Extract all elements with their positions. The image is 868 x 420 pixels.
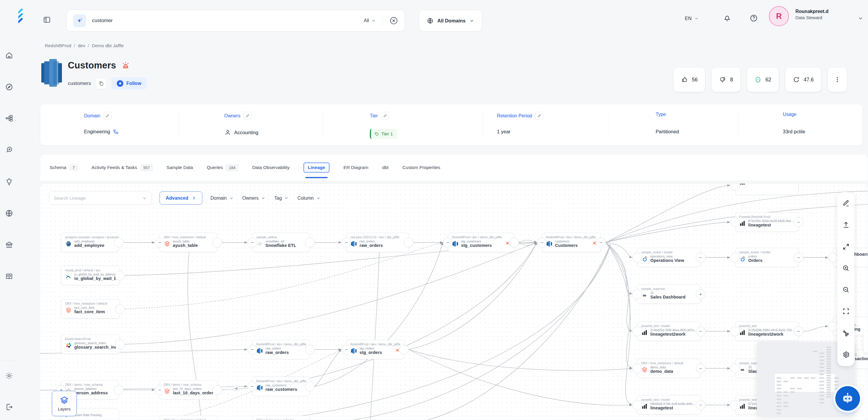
export-upload-icon[interactable] bbox=[842, 221, 850, 229]
node-connector-right[interactable] bbox=[115, 339, 125, 349]
node-connector-right[interactable] bbox=[212, 238, 222, 247]
search-scope-dropdown[interactable]: All bbox=[364, 18, 376, 23]
tab-sample-data[interactable]: Sample Data bbox=[167, 165, 193, 170]
lineage-node-demo-data[interactable]: DBX / hive_metastore / defaultdemo_datad… bbox=[637, 359, 701, 378]
edge-process-icon[interactable] bbox=[233, 386, 239, 391]
likes-button[interactable]: 56 bbox=[673, 67, 705, 92]
user-chevron-icon[interactable] bbox=[858, 16, 864, 21]
lineage-settings-icon[interactable] bbox=[842, 351, 850, 358]
help-icon[interactable] bbox=[750, 14, 758, 22]
refresh-score-button[interactable]: 47.6 bbox=[785, 67, 822, 92]
node-connector-left[interactable] bbox=[730, 253, 740, 263]
node-connector-left[interactable] bbox=[632, 364, 642, 373]
lineage-node-operations-view[interactable]: sample_looker / modeloperations_viewOper… bbox=[637, 248, 701, 267]
node-connector-left[interactable]: − bbox=[247, 238, 257, 247]
node-connector-left[interactable] bbox=[632, 289, 642, 299]
node-connector-right[interactable] bbox=[114, 238, 124, 247]
filter-domain-dropdown[interactable]: Domain bbox=[210, 196, 233, 201]
node-connector-left[interactable] bbox=[730, 364, 740, 373]
lineage-node-last-10-days-orders[interactable]: DBX / demo / new_schemalast_10_days_orde… bbox=[160, 380, 217, 400]
search-lineage-input[interactable]: Search Lineage bbox=[49, 191, 152, 205]
node-connector-right[interactable]: − bbox=[794, 253, 803, 263]
node-connector-right[interactable]: − bbox=[696, 327, 706, 336]
node-connector-right[interactable] bbox=[305, 238, 315, 247]
node-connector-right[interactable] bbox=[305, 345, 315, 355]
tab-queries[interactable]: Queries184 bbox=[207, 164, 238, 171]
node-connector-left[interactable] bbox=[730, 400, 740, 410]
node-connector-right[interactable] bbox=[212, 385, 222, 395]
expand-arrows-icon[interactable] bbox=[842, 243, 850, 250]
lineage-node-customers[interactable]: RedshiftProd / dev / demo_dbt_jafflecust… bbox=[542, 233, 601, 252]
node-connector-left[interactable] bbox=[828, 253, 838, 263]
copy-icon[interactable] bbox=[96, 78, 107, 89]
compass-icon[interactable] bbox=[5, 83, 13, 91]
user-menu[interactable]: Rounakpreet.d Data Steward bbox=[796, 8, 829, 21]
chatbot-button[interactable] bbox=[835, 386, 860, 411]
tier-badge[interactable]: Tier 1 bbox=[370, 129, 397, 139]
tab-lineage[interactable]: Lineage bbox=[304, 162, 330, 173]
domain-value[interactable]: Engineering bbox=[84, 129, 119, 134]
node-connector-left[interactable]: − bbox=[342, 345, 351, 355]
node-connector-right[interactable] bbox=[115, 271, 125, 280]
filter-tag-dropdown[interactable]: Tag bbox=[274, 196, 289, 201]
node-connector-right[interactable]: − bbox=[696, 253, 706, 263]
breadcrumb-item[interactable]: dev bbox=[78, 43, 85, 48]
node-connector-right[interactable] bbox=[115, 304, 125, 314]
lineage-node-dbx-demo-new-schema[interactable]: DBX / demo / new_schema bbox=[252, 416, 310, 420]
tab-data-observability[interactable]: Data Observability bbox=[252, 165, 290, 170]
node-connector-left[interactable] bbox=[730, 327, 740, 336]
node-connector-left[interactable]: − bbox=[443, 238, 453, 247]
node-connector-right[interactable]: − bbox=[696, 364, 706, 373]
node-connector-left[interactable] bbox=[632, 400, 642, 410]
tab-custom-properties[interactable]: Custom Properties bbox=[402, 165, 440, 170]
notifications-bell-icon[interactable] bbox=[723, 14, 731, 22]
advanced-filter-button[interactable]: Advanced bbox=[160, 191, 202, 205]
lineage-node-ayush-table[interactable]: DBX / hive_metastore / defaultayush_tabl… bbox=[160, 233, 217, 252]
node-connector-right[interactable]: − bbox=[794, 327, 803, 336]
lineage-node-glossary-search-index[interactable]: ElasticSearchProdglossary_search_indexgl… bbox=[61, 334, 120, 354]
node-connector-left[interactable] bbox=[828, 322, 838, 331]
lineage-canvas[interactable]: Search Lineage Advanced DomainOwnersTagC… bbox=[40, 183, 868, 420]
settings-gear-icon[interactable] bbox=[5, 371, 13, 380]
layers-button[interactable]: Layers bbox=[52, 391, 77, 416]
lineage-node-raw-orders[interactable]: red-pere-20241211 / dev / dbt_jaffleraw_… bbox=[346, 233, 409, 252]
all-domains-dropdown[interactable]: All Domains bbox=[419, 10, 482, 32]
global-search-bar[interactable]: customer All bbox=[66, 10, 405, 32]
products-tree-icon[interactable] bbox=[5, 114, 13, 122]
lineage-branch-icon[interactable] bbox=[842, 329, 850, 337]
tab-er-diagram[interactable]: ER Diagram bbox=[343, 165, 368, 170]
tab-dbt[interactable]: dbt bbox=[382, 165, 389, 170]
alert-siren-icon[interactable] bbox=[121, 61, 130, 70]
tab-activity-feeds-tasks[interactable]: Activity Feeds & Tasks557 bbox=[91, 164, 153, 171]
node-connector-right[interactable]: − bbox=[794, 217, 803, 227]
clear-search-icon[interactable] bbox=[389, 16, 398, 25]
filter-owners-dropdown[interactable]: Owners bbox=[242, 196, 266, 201]
language-selector[interactable]: EN bbox=[685, 16, 699, 21]
breadcrumb-item[interactable]: Demo dbt Jaffle bbox=[92, 43, 124, 48]
views-button[interactable]: 62 bbox=[747, 67, 779, 92]
owners-value[interactable]: Accounting bbox=[224, 129, 258, 136]
more-actions-button[interactable] bbox=[828, 67, 847, 92]
lineage-node-lineagetest[interactable]: powerbi_test / modelf4fd30a6-57d6-4cf9-b… bbox=[637, 395, 701, 415]
zoom-in-icon[interactable] bbox=[842, 265, 850, 272]
logout-icon[interactable] bbox=[5, 403, 13, 411]
edit-retention-icon[interactable] bbox=[535, 112, 543, 120]
node-connector-right[interactable]: + bbox=[696, 289, 706, 299]
node-connector-right[interactable] bbox=[399, 345, 409, 355]
lineage-node-raw-orders[interactable]: RedshiftProd / dev / demo_dbt_jaffleraw_… bbox=[252, 340, 310, 359]
edit-owners-icon[interactable] bbox=[244, 112, 252, 120]
node-connector-right[interactable] bbox=[305, 382, 315, 391]
node-connector-right[interactable] bbox=[404, 238, 413, 247]
reference-book-icon[interactable] bbox=[5, 272, 13, 280]
lineage-node-lineagetest2work[interactable]: powerbi_test / model314bd25e-339f-4bea-8… bbox=[637, 322, 701, 341]
node-connector-left[interactable]: − bbox=[342, 238, 351, 247]
lineage-node-lineagetest2work[interactable]: powerbi_test5c2bd38b-5980-44c5-9a01-763.… bbox=[735, 322, 799, 341]
tab-schema[interactable]: Schema7 bbox=[50, 164, 78, 171]
lineage-node-io-global-by-wait-by-late-[interactable]: mysql_prod / default / sysio_global_by_w… bbox=[61, 266, 120, 285]
node-connector-left[interactable] bbox=[632, 253, 642, 263]
sidebar-collapse-icon[interactable] bbox=[43, 16, 51, 24]
node-connector-left[interactable]: − bbox=[155, 238, 164, 247]
node-connector-right[interactable] bbox=[509, 238, 519, 247]
zoom-out-icon[interactable] bbox=[842, 286, 850, 294]
lineage-node-lineagetest[interactable]: Powerbi-Redshift-Prod872e1f0c-500e-4e28-… bbox=[735, 212, 799, 232]
